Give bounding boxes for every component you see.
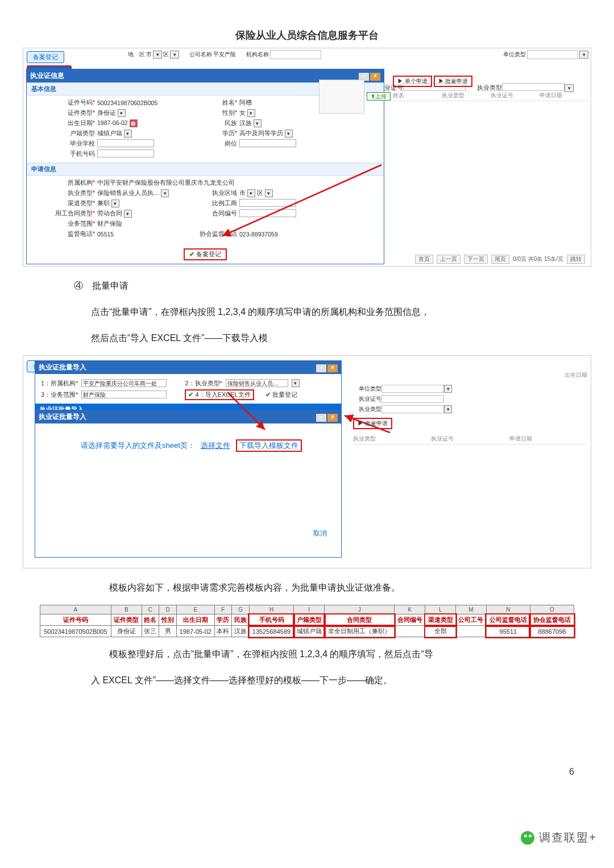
excel-cell: 全部: [425, 626, 456, 637]
excel-cell: 城镇户籍: [294, 626, 325, 637]
batch-apply-button[interactable]: ▶ 批量申请: [434, 76, 473, 87]
dropdown-icon[interactable]: ▾: [292, 379, 300, 387]
single-apply-button[interactable]: ▶ 单个申请: [393, 76, 432, 87]
label-birth: 出生日期: [565, 371, 587, 379]
step2-type-input[interactable]: 保险销售从业人员…: [226, 379, 288, 387]
excel-header: 出生日期: [176, 614, 214, 626]
excel-cell: [456, 626, 487, 637]
excel-col: E: [176, 605, 214, 614]
label-suptel: 监督电话: [68, 230, 93, 237]
excel-header: 渠道类型: [425, 614, 456, 626]
batch-apply-button[interactable]: ▶ 批量申请: [353, 418, 392, 429]
phone-input[interactable]: [97, 149, 154, 157]
label-org: 机构名称: [246, 51, 269, 59]
col-name: 姓名: [393, 92, 442, 99]
dropdown-icon[interactable]: ▾: [444, 405, 452, 413]
minimize-icon[interactable]: –: [316, 364, 326, 372]
close-icon[interactable]: ×: [327, 364, 338, 372]
rate-input[interactable]: [239, 199, 296, 207]
col-cert: 执业证号: [491, 92, 540, 99]
paragraph: 然后点击“导入 EXCEL 文件”——下载导入模: [91, 329, 557, 347]
pager-jump[interactable]: 跳转: [567, 255, 585, 264]
unit-type-input[interactable]: [527, 50, 578, 59]
tab-register[interactable]: 备案登记: [27, 51, 64, 63]
col-cert: 执业证号: [431, 435, 509, 443]
dropdown-icon[interactable]: ▾: [124, 210, 132, 218]
screenshot-batch-import: 备案 执业证批量导入 –× 1：所属机构* 平安产险重庆分公司车商一处 2：执业…: [23, 355, 591, 568]
excel-col: I: [294, 605, 325, 614]
file-select-dialog: 执业证批量导入 –× 请选择需要导入的文件及sheet页： 选择文件 下载导入模…: [35, 410, 342, 558]
label-area: 地 区: [128, 51, 145, 59]
close-icon[interactable]: ×: [327, 414, 338, 422]
label-nation: 民族: [186, 119, 237, 127]
dropdown-icon[interactable]: ▾: [265, 189, 273, 197]
school-input[interactable]: [97, 139, 154, 147]
label-idtype: 证件类型: [68, 109, 93, 116]
excel-header: 协会监督电话: [530, 614, 574, 626]
paragraph: 入 EXCEL 文件”——选择文件——选择整理好的模板——下一步——确定。: [91, 671, 557, 690]
dropdown-icon[interactable]: ▾: [285, 130, 293, 138]
submit-register-button[interactable]: ✔备案登记: [184, 248, 227, 260]
value-company: 平安产险: [213, 51, 236, 59]
pager-first[interactable]: 首页: [415, 255, 433, 264]
value-assoctel: 023-88937059: [237, 231, 322, 238]
upload-button[interactable]: ⬆上传: [367, 92, 391, 101]
excel-header: 手机号码: [249, 614, 293, 626]
excel-header: 证件类型: [111, 614, 142, 626]
calendar-icon[interactable]: ▦: [130, 119, 138, 127]
dropdown-icon[interactable]: ▾: [247, 109, 255, 117]
minimize-icon[interactable]: –: [316, 414, 326, 422]
excel-header: 学历: [214, 614, 232, 626]
step1-org-input[interactable]: 平安产险重庆分公司车商一处: [81, 379, 167, 387]
watermark: 调查联盟+: [521, 830, 597, 845]
dropdown-icon[interactable]: ▾: [111, 200, 119, 207]
excel-header: 民族: [232, 614, 250, 626]
value-sex: 女: [239, 109, 246, 116]
section-apply: 申请信息: [27, 163, 384, 176]
cert-no-input[interactable]: [381, 395, 444, 403]
photo-placeholder: [319, 80, 364, 114]
submit-label: 备案登记: [196, 250, 221, 259]
step3-scope-input[interactable]: 财产保险: [81, 391, 167, 398]
excel-col: G: [232, 605, 250, 614]
post-input[interactable]: [239, 139, 296, 147]
excel-cell: 95511: [486, 626, 530, 637]
dropdown-icon[interactable]: ▾: [579, 51, 588, 59]
excel-cell: 本科: [214, 626, 232, 637]
step-number-4: ④ 批量申请: [74, 281, 128, 290]
cert-type-input[interactable]: [381, 405, 444, 413]
screenshot-register-form: 备案登记 执业证申请 地 区 市▾ 区▾ 公司名称 平安产险 机构名称 单位类型…: [23, 48, 591, 267]
excel-cell: [395, 626, 425, 637]
dropdown-icon[interactable]: ▾: [444, 385, 452, 393]
dropdown-icon[interactable]: ▾: [124, 130, 132, 138]
dropdown-icon[interactable]: ▾: [170, 51, 179, 59]
unit-type-input[interactable]: [381, 385, 444, 393]
excel-cell: 非全日制用工（兼职）: [325, 626, 395, 637]
dropdown-icon[interactable]: ▾: [118, 109, 126, 117]
excel-col: F: [214, 605, 232, 614]
value-apply-area: 市: [239, 189, 246, 196]
label-scope: 业务范围: [68, 220, 93, 227]
dropdown-icon[interactable]: ▾: [254, 119, 262, 127]
dropdown-icon[interactable]: ▾: [153, 51, 162, 59]
choose-file-link[interactable]: 选择文件: [201, 441, 230, 451]
dropdown-icon[interactable]: ▾: [161, 189, 169, 197]
label-assoctel: 协会监督电话: [186, 230, 237, 238]
dropdown-icon[interactable]: ▾: [247, 189, 255, 197]
batch-register-button[interactable]: ✔ 批量登记: [265, 391, 297, 399]
dialog-title-text: 执业证批量导入: [39, 363, 86, 372]
file-prompt-text: 请选择需要导入的文件及sheet页：: [81, 441, 195, 451]
pager-last[interactable]: 尾页: [491, 255, 509, 264]
label-edu: 学历: [222, 130, 235, 136]
pager-prev[interactable]: 上一页: [437, 255, 460, 264]
cancel-link[interactable]: 取消: [313, 529, 327, 538]
excel-col: N: [486, 605, 530, 614]
import-excel-button[interactable]: ✔ 4：导入EXCEL文件: [185, 389, 254, 400]
org-input[interactable]: [270, 50, 321, 59]
excel-cell: 88867098: [530, 626, 574, 637]
label-hukou: 户籍类型: [38, 130, 95, 138]
pager-next[interactable]: 下一页: [464, 255, 488, 264]
contract-input[interactable]: [239, 209, 296, 217]
label-cert-type: 执业类型: [353, 405, 381, 413]
download-template-button[interactable]: 下载导入模板文件: [236, 439, 302, 452]
